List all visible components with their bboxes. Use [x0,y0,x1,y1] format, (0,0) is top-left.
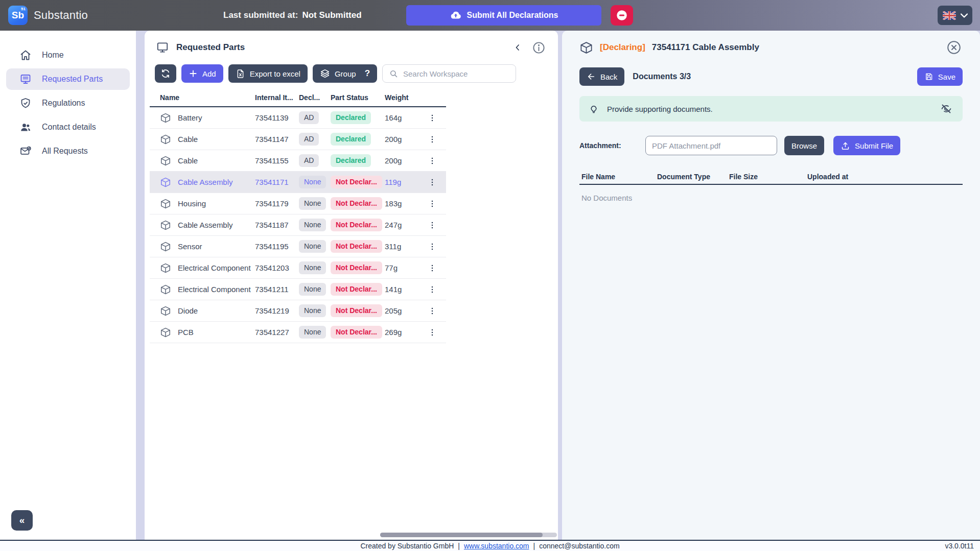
sidebar-item-home[interactable]: Home [6,44,130,66]
chevron-left-icon [512,42,523,53]
part-internal-item: 73541171 [255,178,299,186]
footer-separator: | [533,542,535,550]
table-row[interactable]: Cable Assembly 73541187 None Not Declar.… [150,214,446,236]
part-name: Cable Assembly [178,221,233,229]
sidebar-item-all-requests[interactable]: All Requests [6,140,130,162]
part-status-badge: Not Declar... [331,197,382,210]
row-menu-button[interactable] [426,197,439,210]
table-row[interactable]: Sensor 73541195 None Not Declar... 311g [150,236,446,257]
hide-hint-button[interactable] [939,102,953,116]
row-menu-button[interactable] [426,240,439,253]
table-row[interactable]: Electrical Component 73541203 None Not D… [150,257,446,279]
part-name: Battery [178,113,202,122]
save-icon [924,72,934,81]
part-detail-panel: [Declaring] 73541171 Cable Assembly [562,31,980,540]
part-weight: 311g [385,242,418,251]
row-menu-button[interactable] [426,261,439,275]
part-internal-item: 73541155 [255,156,299,165]
refresh-button[interactable] [155,64,176,83]
part-internal-item: 73541139 [255,113,299,122]
logo-abbr: Sb [12,10,24,21]
table-row[interactable]: Cable Assembly 73541171 None Not Declar.… [150,172,446,193]
add-button[interactable]: Add [181,64,223,83]
table-row[interactable]: PCB 73541227 None Not Declar... 269g [150,322,446,343]
sidebar-item-requested-parts[interactable]: Requested Parts [6,68,130,90]
export-to-excel-button[interactable]: Export to excel [228,64,308,83]
row-menu-button[interactable] [426,154,439,167]
excel-file-icon [236,69,245,79]
brand-name: Substantio [34,9,88,22]
declaration-badge: AD [299,111,319,124]
part-status-badge: Not Declar... [331,240,382,253]
declaration-badge: None [299,176,326,188]
table-row[interactable]: Housing 73541179 None Not Declar... 183g [150,193,446,214]
browse-button[interactable]: Browse [784,136,824,155]
row-menu-button[interactable] [426,219,439,232]
submit-file-button[interactable]: Submit File [833,136,900,155]
declaration-badge: None [299,197,326,210]
sidebar-item-regulations[interactable]: Regulations [6,92,130,114]
table-row[interactable]: Battery 73541139 AD Declared 164g [150,107,446,129]
column-document-type: Document Type [657,173,729,181]
row-menu-button[interactable] [426,283,439,296]
last-submitted-label: Last submitted at: [223,10,298,20]
attachment-input[interactable] [645,136,777,155]
back-button[interactable]: Back [579,67,624,86]
table-row[interactable]: Cable 73541147 AD Declared 200g [150,129,446,150]
lightbulb-icon [589,104,599,114]
row-menu-button[interactable] [426,326,439,339]
group-button[interactable]: Group ? [313,64,377,83]
save-button[interactable]: Save [917,67,963,86]
hint-banner: Provide supporting documents. [579,96,963,122]
parts-panel-header: Requested Parts [145,31,558,64]
collapse-panel-button[interactable] [511,41,524,54]
stop-button[interactable] [611,5,633,26]
row-menu-button[interactable] [426,111,439,125]
part-weight: 119g [385,178,418,186]
close-icon [946,40,962,55]
upload-icon [841,141,850,151]
layers-icon [320,68,330,79]
close-panel-button[interactable] [945,39,963,56]
part-status-badge: Not Declar... [331,261,382,274]
people-icon [19,121,32,133]
row-menu-button[interactable] [426,133,439,146]
part-status-badge: Declared [331,133,371,146]
chevrons-left-icon: « [19,515,25,526]
search-icon [389,69,399,79]
submit-all-declarations-button[interactable]: Submit All Declarations [406,5,601,26]
footer-separator: | [458,542,460,550]
save-label: Save [938,73,955,81]
part-internal-item: 73541211 [255,285,299,294]
cube-icon [160,284,171,295]
part-name: Diode [178,306,198,315]
logo-superscript: 51 [21,7,26,11]
horizontal-scrollbar[interactable] [380,533,557,537]
table-row[interactable]: Diode 73541219 None Not Declar... 205g [150,300,446,322]
documents-table-header: File Name Document Type File Size Upload… [579,170,963,185]
main-area: Home Requested Parts Regulations Contact… [0,31,980,540]
part-name: Cable [178,156,198,165]
footer-website-link[interactable]: www.substantio.com [464,542,529,550]
row-menu-button[interactable] [426,176,439,189]
table-row[interactable]: Cable 73541155 AD Declared 200g [150,150,446,172]
shield-check-icon [19,97,32,109]
part-internal-item: 73541195 [255,242,299,251]
workspace-search [382,64,516,83]
language-selector[interactable] [938,6,972,25]
row-menu-button[interactable] [426,304,439,318]
part-status-badge: Not Declar... [331,283,382,296]
sidebar-collapse-button[interactable]: « [11,510,33,531]
part-name: PCB [178,328,194,337]
declaration-badge: None [299,304,326,317]
cloud-upload-icon [450,9,462,21]
requested-parts-panel: Requested Parts [145,31,558,540]
search-input[interactable] [403,69,509,78]
part-internal-item: 73541179 [255,199,299,208]
declaration-badge: None [299,240,326,253]
scrollbar-thumb[interactable] [380,533,543,537]
column-file-size: File Size [729,173,807,181]
info-button[interactable] [531,40,547,56]
sidebar-item-contact-details[interactable]: Contact details [6,116,130,138]
table-row[interactable]: Electrical Component 73541211 None Not D… [150,279,446,300]
